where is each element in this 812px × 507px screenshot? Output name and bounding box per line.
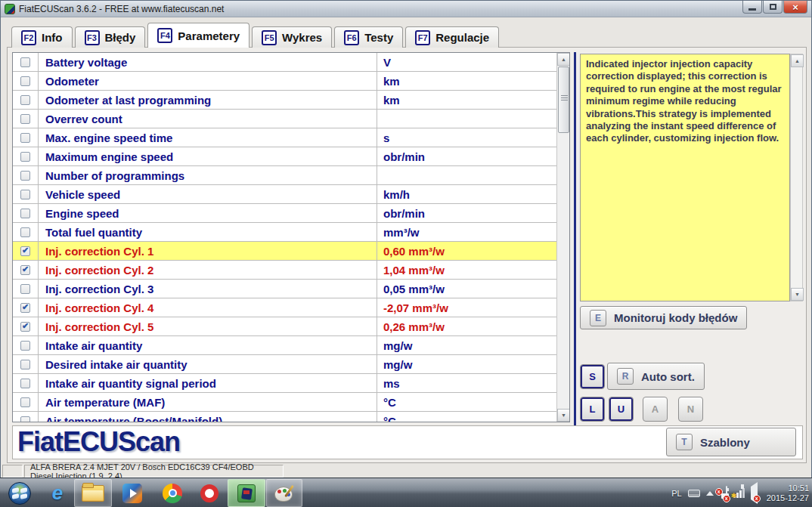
info-scroll-up-icon[interactable]: ▲ — [791, 54, 804, 67]
language-indicator[interactable]: PL — [671, 489, 681, 498]
key-button-u[interactable]: U — [609, 397, 634, 422]
fiatecuscan-icon — [237, 484, 256, 502]
taskbar-windows-explorer[interactable] — [74, 479, 112, 507]
minimize-button[interactable] — [742, 1, 762, 14]
table-row[interactable]: Max. engine speed time s — [13, 128, 558, 147]
row-checkbox[interactable]: ✔ — [20, 303, 30, 313]
table-row[interactable]: Engine speed obr/min — [13, 204, 558, 223]
app-icon — [5, 4, 15, 14]
scroll-up-icon[interactable]: ▲ — [557, 53, 570, 66]
tab-testy[interactable]: F6 Testy — [334, 26, 403, 48]
table-row[interactable]: Air temperature (MAF) °C — [13, 393, 558, 412]
tab-info[interactable]: F2 Info — [11, 26, 73, 48]
check-icon: ✔ — [22, 246, 29, 255]
parameter-value: mg/w — [377, 336, 558, 354]
row-checkbox[interactable] — [20, 397, 30, 407]
row-checkbox[interactable] — [20, 133, 30, 143]
table-row[interactable]: ✔ Inj. correction Cyl. 2 1,04 mm³/w — [13, 261, 558, 280]
maximize-icon — [770, 4, 776, 10]
taskbar-paint[interactable] — [266, 479, 302, 507]
volume-icon[interactable]: x — [751, 487, 758, 500]
table-row[interactable]: Desired intake air quantity mg/w — [13, 355, 558, 374]
row-checkbox[interactable] — [20, 227, 30, 237]
row-checkbox[interactable] — [20, 57, 30, 67]
monitor-dtc-button[interactable]: E Monitoruj kody błędów — [580, 306, 747, 329]
row-checkbox[interactable] — [20, 341, 30, 351]
key-button-n[interactable]: N — [678, 397, 703, 422]
tab-label: Testy — [364, 31, 393, 44]
row-checkbox-cell — [13, 280, 39, 298]
fkey-badge: F4 — [157, 28, 172, 43]
table-row[interactable]: Intake air quantity mg/w — [13, 336, 558, 355]
row-checkbox[interactable]: ✔ — [20, 265, 30, 275]
table-row[interactable]: Maximum engine speed obr/min — [13, 147, 558, 166]
table-row[interactable]: ✔ Inj. correction Cyl. 4 -2,07 mm³/w — [13, 298, 558, 317]
power-icon[interactable]: x — [726, 487, 727, 500]
parameter-name: Intake air quantity — [39, 336, 377, 354]
row-checkbox[interactable]: ✔ — [20, 322, 30, 332]
row-checkbox[interactable] — [20, 379, 30, 388]
tab-label: Wykres — [282, 31, 322, 44]
auto-sort-button[interactable]: R Auto sort. — [607, 363, 705, 390]
row-checkbox[interactable] — [20, 284, 30, 294]
table-row[interactable]: Intake air quantity signal period ms — [13, 374, 558, 393]
table-row[interactable]: Battery voltage V — [13, 53, 558, 72]
row-checkbox[interactable] — [20, 76, 30, 86]
table-row[interactable]: Air temperature (Boost/Manifold) °C — [13, 412, 558, 422]
row-checkbox[interactable] — [20, 152, 30, 162]
network-icon[interactable]: ✱ — [733, 488, 745, 498]
row-checkbox[interactable] — [20, 171, 30, 181]
taskbar-opera[interactable] — [194, 479, 225, 507]
info-scroll-down-icon[interactable]: ▼ — [791, 288, 804, 301]
table-row[interactable]: Overrev count — [13, 110, 558, 128]
key-button-a[interactable]: A — [643, 397, 668, 422]
row-checkbox[interactable] — [20, 416, 30, 422]
table-row[interactable]: Odometer km — [13, 72, 558, 91]
keyboard-icon[interactable] — [688, 490, 700, 497]
tab-błędy[interactable]: F3 Błędy — [75, 26, 146, 48]
table-row[interactable]: ✔ Inj. correction Cyl. 1 0,60 mm³/w — [13, 242, 558, 261]
tab-wykres[interactable]: F5 Wykres — [252, 26, 332, 48]
parameter-value: °C — [377, 393, 558, 411]
row-checkbox[interactable] — [20, 190, 30, 199]
close-button[interactable]: × — [783, 1, 807, 14]
row-checkbox[interactable] — [20, 360, 30, 369]
table-row[interactable]: ✔ Inj. correction Cyl. 5 0,26 mm³/w — [13, 317, 558, 336]
table-row[interactable]: Number of programmings — [13, 166, 558, 185]
info-scrollbar[interactable]: ▲ ▼ — [790, 54, 803, 301]
templates-button[interactable]: T Szablony — [666, 428, 796, 456]
system-tray: PL x x ✱ x 10:51 2015-12-27 — [671, 478, 809, 507]
row-checkbox[interactable] — [20, 95, 30, 105]
tray-expand-icon[interactable] — [706, 491, 714, 496]
tab-regulacje[interactable]: F7 Regulacje — [405, 26, 499, 48]
start-button[interactable] — [6, 479, 33, 507]
taskbar-fiatecuscan-active[interactable] — [228, 479, 265, 507]
key-e-badge: E — [590, 310, 606, 326]
taskbar-media-player[interactable] — [116, 479, 149, 507]
parameter-value: 0,26 mm³/w — [377, 317, 558, 335]
table-row[interactable]: Total fuel quantity mm³/w — [13, 223, 558, 242]
titlebar[interactable]: FiatECUScan 3.6.2 - FREE at www.fiatecus… — [1, 1, 811, 17]
row-checkbox[interactable] — [20, 209, 30, 218]
table-row[interactable]: Vehicle speed km/h — [13, 185, 558, 204]
row-checkbox-cell — [13, 393, 39, 411]
clock-date: 2015-12-27 — [767, 493, 809, 503]
action-center-alert-badge: x — [715, 488, 723, 496]
parameter-name: Air temperature (Boost/Manifold) — [39, 412, 377, 422]
tab-parametery[interactable]: F4 Parametery — [147, 23, 249, 48]
row-checkbox[interactable] — [20, 114, 30, 124]
table-row[interactable]: Inj. correction Cyl. 3 0,05 mm³/w — [13, 280, 558, 298]
table-scrollbar[interactable]: ▲ ▼ — [556, 53, 569, 422]
row-checkbox[interactable]: ✔ — [20, 246, 30, 256]
panel-splitter[interactable] — [572, 52, 578, 425]
maximize-button[interactable] — [763, 1, 783, 14]
table-row[interactable]: Odometer at last programming km — [13, 91, 558, 110]
key-button-l[interactable]: L — [580, 397, 605, 422]
key-button-s[interactable]: S — [580, 364, 605, 389]
scrollbar-thumb[interactable] — [558, 66, 569, 133]
scroll-down-icon[interactable]: ▼ — [557, 409, 570, 422]
taskbar-clock[interactable]: 10:51 2015-12-27 — [767, 484, 809, 503]
taskbar-chrome[interactable] — [156, 479, 189, 507]
taskbar-internet-explorer[interactable]: e — [42, 479, 73, 507]
parameter-value: °C — [377, 412, 558, 422]
